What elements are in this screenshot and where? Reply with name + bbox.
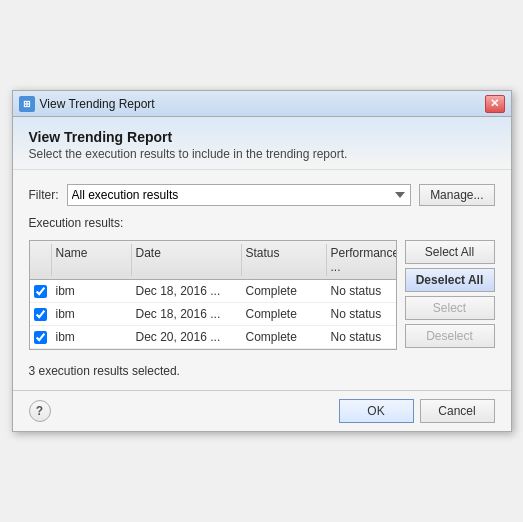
bottom-bar: ? OK Cancel [13,390,511,431]
table-body: ibm Dec 18, 2016 ... Complete No status … [30,280,396,349]
row-checkbox-3[interactable] [30,331,52,344]
filter-select[interactable]: All execution results [67,184,412,206]
col-header-check [30,244,52,276]
table-row: ibm Dec 18, 2016 ... Complete No status [30,303,396,326]
status-text: 3 execution results selected. [29,360,495,380]
header-section: View Trending Report Select the executio… [13,117,511,170]
bottom-right-buttons: OK Cancel [339,399,495,423]
checkbox-1[interactable] [34,285,47,298]
row-status-1: Complete [242,282,327,300]
row-status-2: Complete [242,305,327,323]
checkbox-2[interactable] [34,308,47,321]
select-button[interactable]: Select [405,296,495,320]
row-name-3: ibm [52,328,132,346]
col-header-status: Status [242,244,327,276]
title-bar-left: ⊞ View Trending Report [19,96,155,112]
close-button[interactable]: ✕ [485,95,505,113]
row-perf-3: No status [327,328,396,346]
results-table: Name Date Status Performance ... ibm Dec… [29,240,397,350]
select-all-button[interactable]: Select All [405,240,495,264]
main-area: Name Date Status Performance ... ibm Dec… [29,240,495,350]
row-checkbox-1[interactable] [30,285,52,298]
filter-row: Filter: All execution results Manage... [29,184,495,206]
row-name-2: ibm [52,305,132,323]
content-area: Filter: All execution results Manage... … [13,170,511,390]
main-window: ⊞ View Trending Report ✕ View Trending R… [12,90,512,432]
row-perf-2: No status [327,305,396,323]
col-header-date: Date [132,244,242,276]
title-bar: ⊞ View Trending Report ✕ [13,91,511,117]
table-header: Name Date Status Performance ... [30,241,396,280]
side-buttons: Select All Deselect All Select Deselect [405,240,495,350]
col-header-perf: Performance ... [327,244,397,276]
window-title: View Trending Report [40,97,155,111]
row-date-1: Dec 18, 2016 ... [132,282,242,300]
checkbox-3[interactable] [34,331,47,344]
row-status-3: Complete [242,328,327,346]
row-checkbox-2[interactable] [30,308,52,321]
results-label: Execution results: [29,216,495,230]
row-name-1: ibm [52,282,132,300]
row-date-2: Dec 18, 2016 ... [132,305,242,323]
page-title: View Trending Report [29,129,495,145]
ok-button[interactable]: OK [339,399,414,423]
window-icon: ⊞ [19,96,35,112]
col-header-name: Name [52,244,132,276]
filter-label: Filter: [29,188,59,202]
table-row: ibm Dec 18, 2016 ... Complete No status [30,280,396,303]
cancel-button[interactable]: Cancel [420,399,495,423]
deselect-all-button[interactable]: Deselect All [405,268,495,292]
table-row: ibm Dec 20, 2016 ... Complete No status [30,326,396,349]
row-perf-1: No status [327,282,396,300]
manage-button[interactable]: Manage... [419,184,494,206]
page-subtitle: Select the execution results to include … [29,147,495,161]
help-button[interactable]: ? [29,400,51,422]
deselect-button[interactable]: Deselect [405,324,495,348]
row-date-3: Dec 20, 2016 ... [132,328,242,346]
